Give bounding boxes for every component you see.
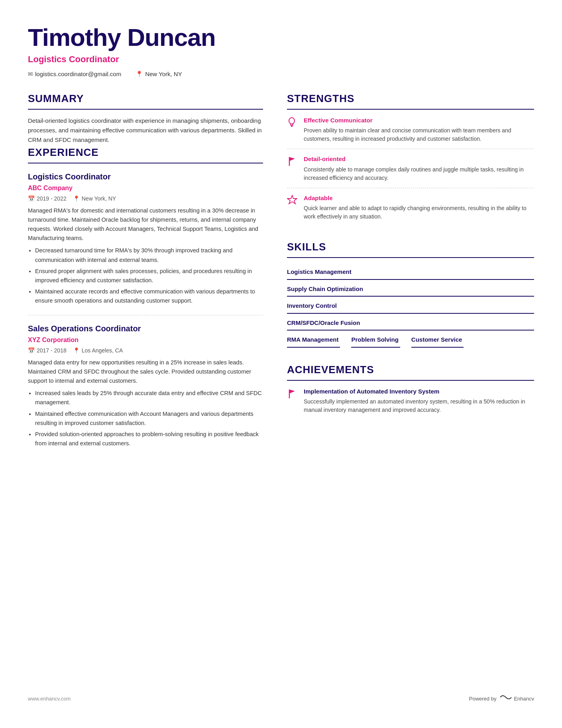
email-contact: ✉ logistics.coordinator@gmail.com — [28, 70, 121, 79]
strength-2-desc: Consistently able to manage complex dail… — [304, 165, 534, 182]
job-1-bullets: Decreased turnaround time for RMA's by 3… — [28, 246, 263, 305]
job-2-desc: Managed data entry for new opportunities… — [28, 358, 263, 386]
job-2-years: 📅 2017 - 2018 — [28, 346, 67, 355]
summary-section: SUMMARY Detail-oriented logistics coordi… — [28, 91, 263, 145]
skills-grid: Logistics Management Supply Chain Optimi… — [287, 264, 534, 349]
skills-title: SKILLS — [287, 239, 534, 258]
skill-rma: RMA Management — [287, 332, 340, 348]
email-icon: ✉ — [28, 70, 33, 79]
footer-website: www.enhancv.com — [28, 695, 71, 703]
skill-customer-service: Customer Service — [411, 332, 464, 348]
svg-marker-4 — [287, 195, 297, 204]
calendar-icon-2: 📅 — [28, 346, 35, 355]
job-1: Logistics Coordinator ABC Company 📅 2019… — [28, 171, 263, 315]
bulb-icon — [287, 117, 298, 144]
strength-3: Adaptable Quick learner and able to adap… — [287, 194, 534, 227]
job-2-bullets: Increased sales leads by 25% through acc… — [28, 389, 263, 448]
star-icon — [287, 195, 298, 221]
location-icon: 📍 — [136, 70, 143, 79]
experience-section: EXPERIENCE Logistics Coordinator ABC Com… — [28, 145, 263, 458]
list-item: Ensured proper alignment with sales proc… — [35, 267, 263, 285]
page-footer: www.enhancv.com Powered by Enhancv — [28, 687, 534, 704]
job-2: Sales Operations Coordinator XYZ Corpora… — [28, 323, 263, 458]
job-title: Logistics Coordinator — [28, 53, 534, 66]
achievement-1: Implementation of Automated Inventory Sy… — [287, 387, 534, 415]
job-2-meta: 📅 2017 - 2018 📍 Los Angeles, CA — [28, 346, 263, 355]
list-item: Increased sales leads by 25% through acc… — [35, 389, 263, 407]
strength-2-title: Detail-oriented — [304, 155, 534, 164]
job-1-meta: 📅 2019 - 2022 📍 New York, NY — [28, 195, 263, 203]
list-item: Decreased turnaround time for RMA's by 3… — [35, 246, 263, 264]
calendar-icon: 📅 — [28, 195, 35, 203]
strength-1-title: Effective Communicator — [304, 116, 534, 125]
skill-crm: CRM/SFDC/Oracle Fusion — [287, 315, 534, 331]
contact-info: ✉ logistics.coordinator@gmail.com 📍 New … — [28, 70, 534, 79]
job-2-title: Sales Operations Coordinator — [28, 323, 263, 334]
resume-header: Timothy Duncan Logistics Coordinator ✉ l… — [28, 24, 534, 79]
skill-logistics-management: Logistics Management — [287, 264, 534, 280]
achievement-1-desc: Successfully implemented an automated in… — [304, 397, 534, 414]
list-item: Maintained accurate records and effectiv… — [35, 287, 263, 305]
job-1-years: 📅 2019 - 2022 — [28, 195, 67, 203]
list-item: Provided solution-oriented approaches to… — [35, 430, 263, 448]
job-1-company: ABC Company — [28, 183, 263, 193]
pin-icon-2: 📍 — [73, 346, 80, 355]
summary-title: SUMMARY — [28, 91, 263, 110]
footer-brand: Powered by Enhancv — [469, 693, 534, 704]
job-1-location: 📍 New York, NY — [73, 195, 116, 203]
achievements-section: ACHIEVEMENTS Implementation of Automated… — [287, 362, 534, 415]
skills-section: SKILLS Logistics Management Supply Chain… — [287, 239, 534, 349]
left-column: SUMMARY Detail-oriented logistics coordi… — [28, 91, 263, 668]
skill-inventory-control: Inventory Control — [287, 298, 534, 314]
job-1-title: Logistics Coordinator — [28, 171, 263, 183]
job-2-company: XYZ Corporation — [28, 335, 263, 345]
pin-icon: 📍 — [73, 195, 80, 203]
achievement-1-title: Implementation of Automated Inventory Sy… — [304, 387, 534, 396]
experience-title: EXPERIENCE — [28, 145, 263, 163]
job-2-location: 📍 Los Angeles, CA — [73, 346, 123, 355]
flag-icon — [287, 155, 298, 182]
list-item: Maintained effective communication with … — [35, 409, 263, 428]
location-contact: 📍 New York, NY — [136, 70, 182, 79]
job-1-desc: Managed RMA's for domestic and internati… — [28, 206, 263, 243]
enhancv-logo-symbol — [499, 693, 512, 704]
strength-3-title: Adaptable — [304, 194, 534, 203]
enhancv-logo: Enhancv — [499, 693, 534, 704]
skill-problem-solving: Problem Solving — [351, 332, 400, 348]
skill-supply-chain: Supply Chain Optimization — [287, 281, 534, 297]
strength-1: Effective Communicator Proven ability to… — [287, 116, 534, 150]
strength-1-desc: Proven ability to maintain clear and con… — [304, 126, 534, 143]
strength-3-desc: Quick learner and able to adapt to rapid… — [304, 204, 534, 221]
strength-2: Detail-oriented Consistently able to man… — [287, 155, 534, 188]
svg-point-0 — [289, 118, 295, 124]
right-column: STRENGTHS Effective Communicator Proven … — [287, 91, 534, 668]
summary-text: Detail-oriented logistics coordinator wi… — [28, 116, 263, 145]
strengths-title: STRENGTHS — [287, 91, 534, 110]
achievement-flag-icon — [287, 388, 298, 415]
achievements-title: ACHIEVEMENTS — [287, 362, 534, 381]
strengths-section: STRENGTHS Effective Communicator Proven … — [287, 91, 534, 227]
candidate-name: Timothy Duncan — [28, 24, 534, 51]
